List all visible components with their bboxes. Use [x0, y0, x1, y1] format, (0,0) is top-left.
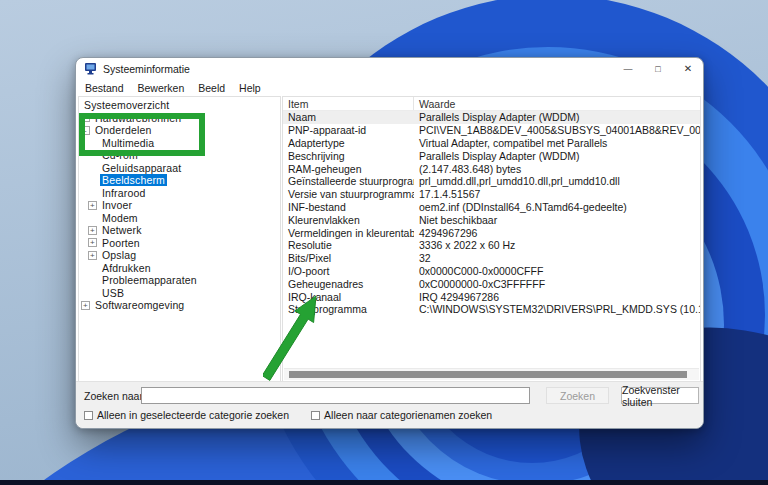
cell-value: Niet beschikbaar	[414, 214, 700, 226]
close-search-button[interactable]: Zoekvenster sluiten	[621, 387, 699, 404]
tree-item-opslag[interactable]: + Opslag	[79, 249, 280, 262]
tree-item-label: Opslag	[100, 249, 138, 261]
cell-value: IRQ 4294967286	[414, 291, 700, 303]
menu-bar: Bestand Bewerken Beeld Help	[76, 79, 703, 96]
window-title: Systeeminformatie	[103, 63, 190, 75]
tree-item-label: Infrarood	[100, 187, 147, 199]
table-row[interactable]: Adaptertype Virtual Adapter, compatibel …	[283, 137, 700, 150]
checkbox-category-names[interactable]: Alleen naar categorienamen zoeken	[311, 409, 492, 421]
menu-help[interactable]: Help	[232, 82, 268, 94]
table-row[interactable]: Vermeldingen in kleurentabel 4294967296	[283, 226, 700, 239]
systeminfo-icon	[85, 63, 98, 75]
search-label: Zoeken naar:	[84, 390, 146, 402]
cell-value: PCI\VEN_1AB8&DEV_4005&SUBSYS_04001AB8&RE…	[414, 124, 700, 136]
tree-item-geluidsapparaat[interactable]: Geluidsapparaat	[79, 162, 280, 175]
tree-item-softwareomgeving[interactable]: + Softwareomgeving	[79, 299, 280, 312]
tree-item-label: Probleemapparaten	[100, 274, 199, 286]
tree-item-modem[interactable]: Modem	[79, 212, 280, 225]
table-row[interactable]: Geïnstalleerde stuurprogramm... prl_umdd…	[283, 175, 700, 188]
column-header-waarde[interactable]: Waarde	[414, 98, 455, 110]
title-bar[interactable]: Systeeminformatie — □ ✕	[76, 58, 703, 79]
cell-value: 32	[414, 252, 700, 264]
expand-icon[interactable]: +	[88, 226, 97, 235]
cell-value: oem2.inf (DDInstall64_6.NTamd64-gedeelte…	[414, 201, 700, 213]
table-row[interactable]: Naam Parallels Display Adapter (WDDM)	[283, 111, 700, 124]
table-row[interactable]: Beschrijving Parallels Display Adapter (…	[283, 149, 700, 162]
cell-item: Naam	[283, 111, 414, 123]
main-area: Systeemoverzicht + Hardwarebronnen - Ond…	[76, 96, 703, 382]
checkbox-label: Alleen naar categorienamen zoeken	[324, 409, 492, 421]
cell-value: Parallels Display Adapter (WDDM)	[414, 150, 700, 162]
cell-value: Virtual Adapter, compatibel met Parallel…	[414, 137, 700, 149]
expand-icon[interactable]: +	[88, 201, 97, 210]
tree-item-label: Softwareomgeving	[93, 299, 186, 311]
tree-item-afdrukken[interactable]: Afdrukken	[79, 262, 280, 275]
maximize-button[interactable]: □	[643, 58, 673, 79]
checkbox-label: Alleen in geselecteerde categorie zoeken	[97, 409, 289, 421]
table-row[interactable]: PNP-apparaat-id PCI\VEN_1AB8&DEV_4005&SU…	[283, 124, 700, 137]
tree-item-netwerk[interactable]: + Netwerk	[79, 224, 280, 237]
cell-item: RAM-geheugen	[283, 163, 414, 175]
horizontal-scrollbar[interactable]	[284, 368, 699, 380]
annotation-arrow	[263, 292, 321, 384]
tree-item-label: Poorten	[100, 237, 142, 249]
cell-item: Geheugenadres	[283, 278, 414, 290]
category-tree: Systeemoverzicht + Hardwarebronnen - Ond…	[78, 96, 281, 382]
table-row[interactable]: RAM-geheugen (2.147.483.648) bytes	[283, 162, 700, 175]
scrollbar-thumb[interactable]	[289, 371, 687, 378]
tree-item-label: Systeemoverzicht	[82, 99, 171, 111]
tree-item-systeemoverzicht[interactable]: Systeemoverzicht	[79, 99, 280, 112]
expand-icon[interactable]: +	[88, 251, 97, 260]
tree-item-label: USB	[100, 287, 126, 299]
tree-item-label: Afdrukken	[100, 262, 153, 274]
table-row[interactable]: Geheugenadres 0xC0000000-0xC3FFFFFF	[283, 277, 700, 290]
search-panel: Zoeken naar: Zoeken Zoekvenster sluiten …	[76, 381, 703, 428]
cell-value: C:\WINDOWS\SYSTEM32\DRIVERS\PRL_KMDD.SYS…	[414, 303, 700, 315]
tree-item-probleemapparaten[interactable]: Probleemapparaten	[79, 274, 280, 287]
expand-icon[interactable]: +	[81, 301, 90, 310]
table-row[interactable]: Resolutie 3336 x 2022 x 60 Hz	[283, 239, 700, 252]
minimize-button[interactable]: —	[613, 58, 643, 79]
close-button[interactable]: ✕	[673, 58, 703, 79]
cell-value: (2.147.483.648) bytes	[414, 163, 700, 175]
tree-item-invoer[interactable]: + Invoer	[79, 199, 280, 212]
table-row[interactable]: Versie van stuurprogramma 17.1.4.51567	[283, 188, 700, 201]
cell-item: I/O-poort	[283, 265, 414, 277]
search-button[interactable]: Zoeken	[546, 387, 609, 404]
cell-value: 17.1.4.51567	[414, 188, 700, 200]
checkbox-selected-category[interactable]: Alleen in geselecteerde categorie zoeken	[84, 409, 289, 421]
table-row[interactable]: IRQ-kanaal IRQ 4294967286	[283, 290, 700, 303]
tree-item-label: Geluidsapparaat	[100, 162, 183, 174]
cell-value: 0x0000C000-0x0000CFFF	[414, 265, 700, 277]
table-row[interactable]: I/O-poort 0x0000C000-0x0000CFFF	[283, 265, 700, 278]
tree-item-usb[interactable]: USB	[79, 287, 280, 300]
checkbox-icon[interactable]	[84, 411, 93, 420]
cell-item: Adaptertype	[283, 137, 414, 149]
checkbox-icon[interactable]	[311, 411, 320, 420]
cell-item: Versie van stuurprogramma	[283, 188, 414, 200]
table-row[interactable]: Stuurprogramma C:\WINDOWS\SYSTEM32\DRIVE…	[283, 303, 700, 316]
tree-item-label: Netwerk	[100, 224, 144, 236]
table-row[interactable]: INF-bestand oem2.inf (DDInstall64_6.NTam…	[283, 201, 700, 214]
column-header-item[interactable]: Item	[283, 97, 414, 110]
tree-item-label: Beeldscherm	[100, 174, 167, 186]
cell-item: Kleurenvlakken	[283, 214, 414, 226]
table-header: Item Waarde	[283, 97, 700, 111]
cell-item: Beschrijving	[283, 150, 414, 162]
tree-item-poorten[interactable]: + Poorten	[79, 237, 280, 250]
annotation-highlight-box	[79, 113, 205, 156]
table-row[interactable]: Bits/Pixel 32	[283, 252, 700, 265]
table-row[interactable]: Kleurenvlakken Niet beschikbaar	[283, 213, 700, 226]
menu-beeld[interactable]: Beeld	[191, 82, 232, 94]
tree-item-label: Modem	[100, 212, 140, 224]
cell-item: Vermeldingen in kleurentabel	[283, 227, 414, 239]
cell-item: Resolutie	[283, 239, 414, 251]
tree-item-infrarood[interactable]: Infrarood	[79, 187, 280, 200]
search-input[interactable]	[141, 387, 530, 404]
cell-value: 3336 x 2022 x 60 Hz	[414, 239, 700, 251]
tree-item-beeldscherm[interactable]: Beeldscherm	[79, 174, 280, 187]
system-information-window: Systeeminformatie — □ ✕ Bestand Bewerken…	[75, 57, 704, 429]
menu-bestand[interactable]: Bestand	[78, 82, 131, 94]
expand-icon[interactable]: +	[88, 238, 97, 247]
menu-bewerken[interactable]: Bewerken	[131, 82, 192, 94]
